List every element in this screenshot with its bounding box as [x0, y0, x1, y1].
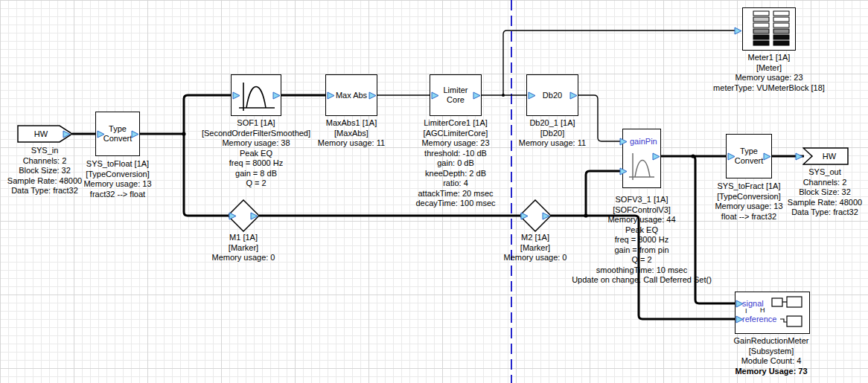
caption-line: [Marker]: [169, 243, 318, 254]
pin-m1-output[interactable]: [250, 212, 258, 220]
caption-line: Channels: 2: [750, 178, 868, 188]
caption-line: [TypeConversion]: [43, 170, 192, 180]
caption-line: GainReductionMeter: [697, 336, 846, 347]
caption-line: Update on change. Call Deferred Set(): [545, 275, 738, 286]
caption-line: Memory usage: 0: [169, 253, 318, 263]
pin-sof1-output[interactable]: [272, 91, 281, 100]
pin-db20-input[interactable]: [528, 91, 536, 100]
caption-line: Block Size: 32: [750, 187, 868, 198]
pin-typeconvert-in-input[interactable]: [97, 130, 105, 138]
caption-line: Q = 2: [545, 255, 738, 265]
caption-line: decayTime: 100 msec: [381, 199, 530, 209]
caption-memory-usage-bold: Memory Usage: 73: [697, 367, 846, 377]
pin-m2-input[interactable]: [520, 212, 529, 220]
module-meter1[interactable]: [742, 7, 796, 51]
reference-pin-label: reference: [742, 315, 776, 324]
caption-line: freq = 8000 Hz: [182, 158, 331, 169]
caption-line: Q = 2: [182, 178, 331, 189]
module-label: Type Convert: [100, 124, 135, 144]
module-label: HW: [17, 129, 65, 138]
caption-db20: Db20_1 [1A][Db20]Memory usage: 11: [478, 118, 627, 149]
caption-line: Memory usage: 23: [695, 73, 843, 83]
layout-canvas[interactable]: HW SYS_inChannels: 2Block Size: 32Sample…: [0, 0, 868, 383]
caption-line: fract32 --> float: [43, 190, 192, 200]
caption-meter1: Meter1 [1A][Meter]Memory usage: 23meterT…: [695, 53, 843, 93]
caption-line: Memory usage: 13: [43, 179, 192, 190]
pin-db20-output[interactable]: [569, 91, 578, 100]
caption-line: smoothingTime: 10 msec: [545, 265, 738, 276]
module-gain-reduction-meter[interactable]: signal reference I H: [735, 292, 810, 334]
caption-line: SYS_toFloat [1A]: [43, 159, 192, 170]
pin-sof1-input[interactable]: [232, 91, 240, 100]
pin-maxabs-input[interactable]: [327, 91, 335, 100]
pin-typeconvert-in-output[interactable]: [131, 130, 139, 138]
icon-letter-i: I: [745, 307, 747, 315]
signal-pin-label: signal: [742, 299, 764, 308]
caption-line: Sample Rate: 48000: [750, 198, 868, 208]
module-label: Limiter Core: [440, 86, 471, 105]
caption-gain-reduction-meter: GainReductionMeter[Subsystem]Module Coun…: [697, 336, 846, 376]
caption-line: ratio: 4: [381, 178, 530, 189]
pin-sysin-out[interactable]: [63, 130, 71, 138]
caption-line: Db20_1 [1A]: [478, 118, 627, 129]
pin-maxabs-output[interactable]: [368, 91, 377, 100]
caption-line: [Meter]: [695, 63, 843, 74]
vu-meter-icon: [743, 8, 794, 49]
caption-type-convert-in: SYS_toFloat [1A][TypeConversion]Memory u…: [43, 159, 192, 199]
pin-sysout-input[interactable]: [795, 152, 803, 161]
module-label: HW: [810, 152, 849, 161]
caption-m1: M1 [1A][Marker]Memory usage: 0: [169, 233, 318, 263]
caption-sys-out: SYS_outChannels: 2Block Size: 32Sample R…: [750, 167, 868, 218]
pin-typeconvert-out-input[interactable]: [727, 152, 735, 161]
caption-line: gain = from pin: [545, 245, 738, 256]
caption-line: gain: 0 dB: [381, 158, 530, 169]
pin-sofv3-signal-input[interactable]: [619, 167, 628, 176]
pin-sofv3-gainpin-input[interactable]: [619, 138, 628, 146]
caption-line: [Subsystem]: [697, 347, 846, 357]
caption-line: kneeDepth: 2 dB: [381, 169, 530, 179]
pin-limiter-output[interactable]: [473, 91, 481, 100]
caption-line: [Db20]: [478, 129, 627, 139]
caption-line: Data Type: fract32: [750, 207, 868, 218]
pin-limiter-input[interactable]: [431, 91, 439, 100]
caption-line: SYS_out: [750, 167, 868, 178]
caption-line: gain = 8 dB: [182, 169, 331, 179]
pin-grm-signal-input[interactable]: [735, 300, 744, 308]
gain-pin-label: gainPin: [630, 137, 657, 146]
pin-m1-input[interactable]: [229, 212, 237, 220]
caption-line: Peak EQ: [182, 149, 331, 159]
pin-meter1-input[interactable]: [734, 27, 742, 35]
caption-line: Memory usage: 11: [478, 138, 627, 149]
pin-m2-output[interactable]: [542, 212, 550, 220]
caption-line: Module Count: 4: [697, 356, 846, 367]
caption-line: attackTime: 20 msec: [381, 189, 530, 199]
caption-lines: GainReductionMeter[Subsystem]Module Coun…: [697, 336, 846, 367]
pin-grm-reference-input[interactable]: [735, 315, 744, 324]
module-label: Type Convert: [731, 147, 767, 166]
caption-line: Meter1 [1A]: [695, 53, 843, 63]
pin-sofv3-output[interactable]: [652, 152, 660, 161]
caption-line: threshold: -10 dB: [381, 149, 530, 159]
caption-line: Peak EQ: [545, 225, 738, 236]
module-sys-out[interactable]: HW: [802, 147, 849, 165]
caption-line: meterType: VUMeterBlock [18]: [695, 83, 843, 94]
caption-line: M1 [1A]: [169, 233, 318, 243]
pin-typeconvert-out-output[interactable]: [763, 152, 771, 161]
caption-line: freq = 8000 Hz: [545, 235, 738, 245]
